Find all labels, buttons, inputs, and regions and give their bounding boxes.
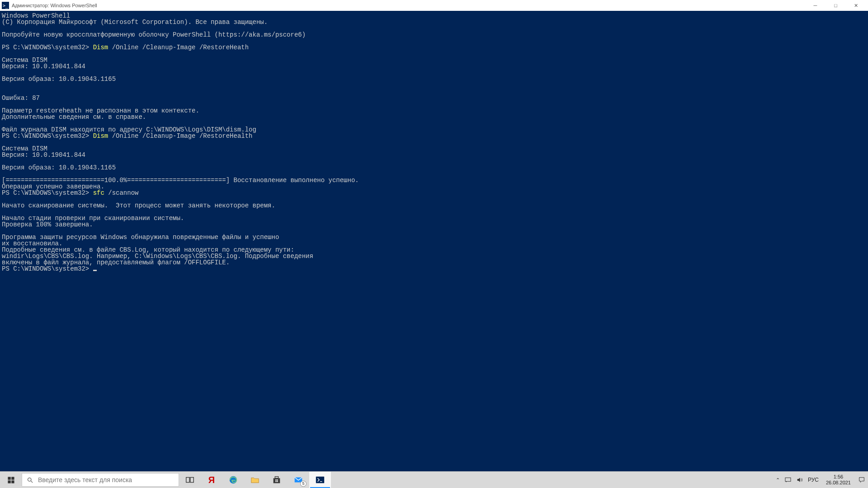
edge-icon — [228, 475, 238, 485]
taskbar-app-store[interactable] — [266, 472, 288, 488]
terminal-line: Попробуйте новую кроссплатформенную обол… — [2, 31, 306, 38]
prompt: PS C:\WINDOWS\system32> — [2, 132, 89, 140]
command-args: /Online /Cleanup-Image /RestoreHealth — [108, 132, 252, 140]
svg-rect-10 — [275, 477, 278, 479]
svg-rect-0 — [8, 477, 10, 479]
action-center-icon[interactable] — [858, 476, 865, 483]
cast-icon[interactable] — [784, 476, 792, 483]
svg-rect-11 — [275, 479, 276, 480]
powershell-window: >_ Администратор: Windows PowerShell ─ □… — [0, 0, 868, 471]
terminal-line: Дополнительные сведения см. в справке. — [2, 113, 146, 121]
terminal-line: Версия: 10.0.19041.844 — [2, 151, 85, 159]
prompt: PS C:\WINDOWS\system32> — [2, 189, 89, 197]
prompt: PS C:\WINDOWS\system32> — [2, 265, 89, 272]
svg-point-4 — [28, 478, 32, 481]
language-indicator[interactable]: РУС — [808, 477, 819, 483]
terminal-line: Проверка 100% завершена. — [2, 221, 93, 228]
svg-point-18 — [786, 481, 787, 482]
terminal-line: Версия: 10.0.19041.844 — [2, 63, 85, 70]
terminal-line: Начато сканирование системы. Этот процес… — [2, 202, 275, 209]
mail-badge: 5 — [300, 481, 307, 487]
start-button[interactable] — [0, 472, 22, 488]
svg-rect-13 — [275, 481, 276, 482]
svg-rect-2 — [8, 480, 10, 483]
taskbar: Введите здесь текст для поиска Я 5 ⌃ РУС… — [0, 471, 868, 488]
svg-rect-3 — [11, 480, 14, 483]
command-args: /Online /Cleanup-Image /RestoreHeath — [108, 44, 249, 51]
svg-rect-16 — [316, 477, 324, 483]
taskbar-app-yandex[interactable]: Я — [201, 472, 222, 488]
terminal-output[interactable]: Windows PowerShell (C) Корпорация Майкро… — [0, 11, 868, 471]
command: Dism — [93, 132, 108, 140]
window-title: Администратор: Windows PowerShell — [12, 3, 97, 8]
titlebar[interactable]: >_ Администратор: Windows PowerShell ─ □… — [0, 0, 868, 11]
svg-rect-12 — [277, 479, 278, 480]
close-button[interactable]: ✕ — [846, 0, 866, 11]
taskbar-app-mail[interactable]: 5 — [288, 472, 309, 488]
system-tray: ⌃ РУС 1:56 26.08.2021 — [773, 472, 868, 488]
powershell-taskbar-icon — [315, 475, 325, 485]
taskbar-app-edge[interactable] — [222, 472, 244, 488]
clock-time: 1:56 — [826, 474, 851, 480]
svg-rect-9 — [274, 478, 280, 483]
task-view-button[interactable] — [179, 472, 201, 488]
svg-rect-14 — [277, 481, 278, 482]
terminal-line: Ошибка: 87 — [2, 94, 40, 102]
command-args: /scannow — [104, 189, 139, 197]
search-icon — [27, 477, 33, 483]
cursor — [93, 270, 97, 271]
taskbar-app-powershell[interactable] — [309, 472, 331, 488]
maximize-button[interactable]: □ — [826, 0, 846, 11]
taskbar-search[interactable]: Введите здесь текст для поиска — [22, 473, 179, 487]
prompt: PS C:\WINDOWS\system32> — [2, 44, 89, 51]
terminal-line: (C) Корпорация Майкрософт (Microsoft Cor… — [2, 19, 268, 26]
terminal-line: Версия образа: 10.0.19043.1165 — [2, 75, 116, 83]
folder-icon — [250, 475, 260, 485]
svg-rect-1 — [11, 477, 14, 479]
task-view-icon — [185, 475, 195, 485]
minimize-button[interactable]: ─ — [805, 0, 826, 11]
command: sfc — [93, 189, 104, 197]
command: Dism — [93, 44, 108, 51]
tray-overflow-button[interactable]: ⌃ — [776, 477, 780, 483]
yandex-icon: Я — [207, 475, 217, 485]
powershell-icon: >_ — [2, 2, 9, 9]
clock-date: 26.08.2021 — [826, 480, 851, 486]
terminal-line: Версия образа: 10.0.19043.1165 — [2, 164, 116, 171]
svg-rect-7 — [190, 478, 193, 483]
svg-rect-17 — [785, 478, 791, 481]
windows-logo-icon — [7, 476, 15, 484]
taskbar-app-explorer[interactable] — [244, 472, 266, 488]
volume-icon[interactable] — [796, 476, 803, 483]
svg-line-5 — [31, 481, 33, 483]
store-icon — [272, 475, 282, 485]
search-placeholder: Введите здесь текст для поиска — [38, 476, 132, 483]
taskbar-clock[interactable]: 1:56 26.08.2021 — [823, 474, 854, 486]
svg-rect-6 — [186, 478, 189, 483]
